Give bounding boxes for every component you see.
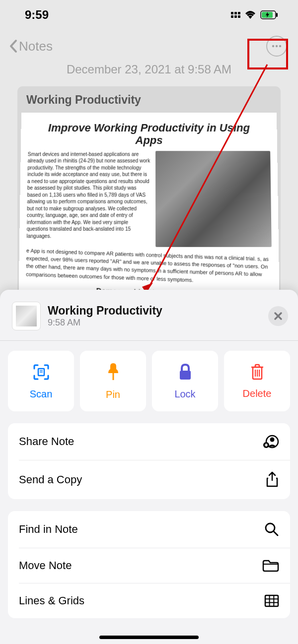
svg-point-4	[276, 45, 278, 47]
back-button[interactable]: Notes	[9, 39, 53, 54]
wifi-icon	[244, 10, 256, 19]
svg-point-19	[270, 438, 275, 442]
svg-rect-11	[112, 373, 114, 380]
list-group-2: Find in Note Move Note Lines & Grids	[8, 511, 290, 618]
delete-button[interactable]: Delete	[224, 351, 290, 411]
share-person-icon	[262, 434, 279, 449]
lock-icon	[178, 363, 193, 382]
grid-icon	[264, 594, 279, 607]
ellipsis-icon	[271, 45, 282, 48]
share-note-item[interactable]: Share Note	[8, 423, 290, 460]
doc-heading: Improve Working Productivity in Using Ap…	[28, 120, 270, 151]
lock-label: Lock	[174, 388, 195, 400]
note-card: Working Productivity Improve Working Pro…	[17, 86, 281, 295]
status-icons	[231, 10, 278, 19]
quick-actions: Scan Pin Lock Delete	[0, 341, 298, 423]
search-icon	[264, 522, 279, 537]
svg-rect-2	[276, 13, 278, 17]
back-label: Notes	[19, 39, 53, 54]
svg-point-3	[272, 45, 274, 47]
more-button[interactable]	[266, 36, 287, 57]
sheet-title: Working Productivity	[48, 304, 261, 318]
pin-label: Pin	[106, 389, 120, 400]
scan-label: Scan	[30, 388, 53, 400]
svg-line-24	[274, 531, 278, 535]
pin-icon	[105, 362, 121, 382]
folder-icon	[262, 559, 279, 572]
doc-paragraph-1: Smart devices and internet-based applica…	[26, 151, 150, 247]
cellular-icon	[231, 12, 240, 18]
move-note-item[interactable]: Move Note	[8, 548, 290, 583]
share-icon	[265, 471, 279, 488]
home-indicator[interactable]	[99, 636, 199, 639]
send-copy-label: Send a Copy	[19, 473, 82, 486]
scan-button[interactable]: Scan	[8, 351, 74, 411]
note-date: December 23, 2021 at 9:58 AM	[0, 62, 298, 81]
sheet-header: Working Productivity 9:58 AM	[0, 290, 298, 340]
find-in-note-item[interactable]: Find in Note	[8, 511, 290, 548]
pin-button[interactable]: Pin	[80, 351, 146, 411]
share-note-label: Share Note	[19, 435, 74, 448]
close-button[interactable]	[268, 306, 288, 326]
send-copy-item[interactable]: Send a Copy	[8, 460, 290, 499]
status-time: 9:59	[25, 8, 49, 22]
action-sheet: Working Productivity 9:58 AM Scan Pin Lo…	[0, 290, 298, 644]
doc-photo	[155, 151, 272, 247]
scan-icon	[32, 363, 51, 382]
lock-button[interactable]: Lock	[152, 351, 218, 411]
svg-rect-26	[265, 595, 278, 606]
scanned-document[interactable]: Improve Working Productivity in Using Ap…	[18, 113, 280, 295]
delete-label: Delete	[243, 388, 272, 399]
nav-bar: Notes	[0, 26, 298, 62]
lines-grids-item[interactable]: Lines & Grids	[8, 583, 290, 618]
battery-icon	[260, 10, 278, 19]
svg-rect-12	[180, 371, 191, 380]
sheet-time: 9:58 AM	[48, 318, 261, 328]
close-icon	[274, 312, 283, 321]
status-bar: 9:59	[0, 0, 298, 26]
svg-point-5	[279, 45, 281, 47]
lines-label: Lines & Grids	[19, 594, 84, 607]
trash-icon	[250, 363, 265, 381]
sheet-thumbnail	[12, 302, 41, 330]
find-label: Find in Note	[19, 523, 78, 536]
list-group-1: Share Note Send a Copy	[8, 423, 290, 499]
chevron-left-icon	[9, 39, 18, 53]
move-label: Move Note	[19, 559, 72, 572]
note-title: Working Productivity	[17, 93, 281, 111]
